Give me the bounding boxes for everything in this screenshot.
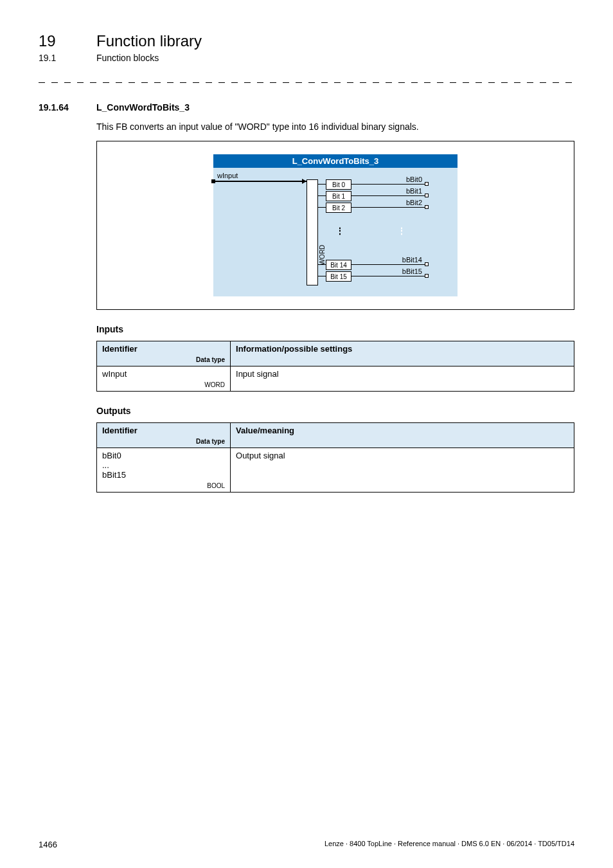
bit-wire [318,276,326,276]
input-arrow [302,179,306,184]
bit-box: Bit 1 [326,191,351,201]
bit-wire [318,207,326,208]
output-label: bBit2 [406,199,422,206]
table-header-row: Identifier Data type Value/meaning [97,423,574,448]
chapter-title: Function library [96,32,202,50]
bit-wire [318,184,326,185]
page-footer: 1466 Lenze · 8400 TopLine · Reference ma… [39,840,574,849]
identifier-ellipsis: ... [102,460,225,470]
subsection-title: Function blocks [96,53,159,63]
col-datatype-label: Data type [102,438,225,445]
identifier-datatype: BOOL [102,482,225,489]
output-terminal [425,262,429,266]
bit-box: Bit 14 [326,260,351,270]
block-body: wInput WORD Bit 0 Bit 1 Bit 2 ⋮ Bit 1 [213,168,458,296]
output-wire [351,276,425,276]
col-info: Information/possible settings [231,341,574,366]
identifier-name: bBit15 [102,470,225,480]
cell-identifier: wInput WORD [97,366,231,392]
input-start-dot [211,179,215,183]
block-title-bar: L_ConvWordToBits_3 [213,154,458,168]
col-identifier-label: Identifier [102,344,225,354]
bit-wire [318,195,326,196]
bit-wire [318,264,326,265]
bit-box: Bit 2 [326,203,351,213]
output-wire [351,207,425,208]
table-row: wInput WORD Input signal [97,366,574,392]
output-label: bBit1 [406,187,422,195]
identifier-datatype: WORD [102,381,225,388]
identifier-name: bBit0 [102,451,225,460]
table-row: bBit0 ... bBit15 BOOL Output signal [97,448,574,493]
output-terminal [425,182,429,186]
col-value: Value/meaning [231,423,574,448]
figure-frame: L_ConvWordToBits_3 wInput WORD Bit 0 [96,141,574,310]
outputs-table: Identifier Data type Value/meaning bBit0… [96,422,574,493]
inputs-heading: Inputs [96,324,574,334]
function-block: L_ConvWordToBits_3 wInput WORD Bit 0 [213,154,458,296]
word-box [306,179,318,285]
ellipsis-icon: ⋮ [397,226,406,236]
section-description: This FB converts an input value of "WORD… [96,122,574,132]
cell-info: Input signal [231,366,574,392]
inputs-table: Identifier Data type Information/possibl… [96,341,574,392]
output-label: bBit0 [406,176,422,183]
input-wire [213,181,306,182]
subsection-header: 19.1 Function blocks [39,53,574,63]
output-label: bBit14 [402,256,422,264]
output-wire [351,184,425,185]
col-identifier: Identifier Data type [97,341,231,366]
output-terminal [425,274,429,278]
table-header-row: Identifier Data type Information/possibl… [97,341,574,366]
col-identifier: Identifier Data type [97,423,231,448]
col-datatype-label: Data type [102,356,225,363]
cell-identifier: bBit0 ... bBit15 BOOL [97,448,231,493]
output-terminal [425,194,429,197]
col-identifier-label: Identifier [102,426,225,435]
separator-line [39,82,574,83]
ellipsis-icon: ⋮ [335,226,344,236]
section-number: 19.1.64 [39,102,77,113]
output-wire [351,264,425,265]
word-label: WORD [319,245,326,266]
identifier-name: wInput [102,369,225,379]
output-terminal [425,205,429,209]
chapter-header: 19 Function library [39,32,574,50]
bit-box: Bit 15 [326,271,351,282]
input-label: wInput [217,172,238,179]
section-heading-row: 19.1.64 L_ConvWordToBits_3 [39,102,574,113]
cell-info: Output signal [231,448,574,493]
output-label: bBit15 [402,267,422,275]
page-number: 1466 [39,840,57,849]
output-wire [351,195,425,196]
footer-text: Lenze · 8400 TopLine · Reference manual … [324,840,574,849]
subsection-number: 19.1 [39,53,77,63]
chapter-number: 19 [39,32,77,50]
bit-box: Bit 0 [326,179,351,190]
outputs-heading: Outputs [96,406,574,416]
section-title: L_ConvWordToBits_3 [96,102,190,113]
